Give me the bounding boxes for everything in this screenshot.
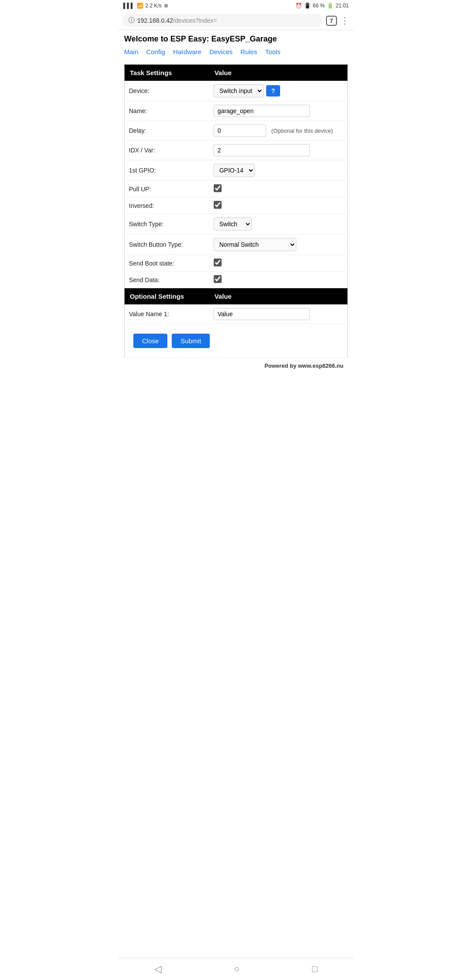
nav-bar: Main Config Hardware Devices Rules Tools bbox=[124, 48, 348, 55]
submit-button[interactable]: Submit bbox=[172, 334, 210, 348]
switch-button-type-value-cell: Normal Switch Push Button Active Low Pus… bbox=[209, 235, 348, 255]
idx-row: IDX / Var: bbox=[125, 141, 348, 160]
battery-text: 66 % bbox=[313, 3, 325, 9]
send-data-row: Send Data: bbox=[125, 272, 348, 288]
send-data-checkbox[interactable] bbox=[214, 275, 222, 283]
delay-row: Delay: (Optional for this device) bbox=[125, 121, 348, 141]
powered-by: Powered by www.esp8266.nu bbox=[124, 358, 348, 378]
browser-bar: ⓘ 192.168.0.42/devices?index= 7 ⋮ bbox=[118, 11, 354, 30]
send-boot-row: Send Boot state: bbox=[125, 255, 348, 272]
status-right: ⏰ 📳 66 % 🔋 21:01 bbox=[295, 3, 349, 9]
idx-value-cell bbox=[209, 141, 348, 160]
nav-config[interactable]: Config bbox=[146, 48, 165, 55]
value-name-1-label: Value Name 1: bbox=[125, 304, 209, 324]
nav-tools[interactable]: Tools bbox=[265, 48, 281, 55]
device-row: Device: Switch input ? bbox=[125, 81, 348, 101]
switch-type-value-cell: Switch Dimmer bbox=[209, 214, 348, 235]
switch-type-select[interactable]: Switch Dimmer bbox=[214, 217, 252, 231]
page-title: Welcome to ESP Easy: EasyESP_Garage bbox=[124, 35, 348, 44]
wifi-icon: 📶 bbox=[137, 3, 143, 9]
value-name-1-value-cell bbox=[209, 304, 348, 324]
name-label: Name: bbox=[125, 101, 209, 121]
battery-icon: 🔋 bbox=[327, 3, 333, 9]
action-buttons: Close Submit bbox=[129, 328, 343, 354]
action-row: Close Submit bbox=[125, 324, 348, 358]
menu-dots[interactable]: ⋮ bbox=[340, 15, 350, 26]
info-icon: ⓘ bbox=[128, 17, 135, 24]
device-select[interactable]: Switch input bbox=[214, 84, 264, 97]
inversed-label: Inversed: bbox=[125, 197, 209, 214]
idx-label: IDX / Var: bbox=[125, 141, 209, 160]
action-cell: Close Submit bbox=[125, 324, 348, 358]
pullup-row: Pull UP: bbox=[125, 181, 348, 197]
switch-type-row: Switch Type: Switch Dimmer bbox=[125, 214, 348, 235]
vibrate-icon: 📳 bbox=[304, 3, 311, 9]
nav-rules[interactable]: Rules bbox=[240, 48, 257, 55]
pullup-label: Pull UP: bbox=[125, 181, 209, 197]
time-text: 21:01 bbox=[336, 3, 349, 9]
inversed-checkbox[interactable] bbox=[214, 201, 222, 209]
clock-icon: ⏰ bbox=[295, 3, 302, 9]
idx-input[interactable] bbox=[214, 144, 310, 156]
gpio-row: 1st GPIO: GPIO-14 GPIO-12 GPIO-13 GPIO-2 bbox=[125, 160, 348, 181]
status-left: ▌▌▌ 📶 2.2 K/s ⊕ bbox=[123, 3, 168, 9]
send-boot-value-cell bbox=[209, 255, 348, 272]
name-row: Name: bbox=[125, 101, 348, 121]
switch-button-type-label: Switch Button Type: bbox=[125, 235, 209, 255]
url-host: 192.168.0.42 bbox=[137, 17, 173, 24]
gpio-value-cell: GPIO-14 GPIO-12 GPIO-13 GPIO-2 bbox=[209, 160, 348, 181]
switch-button-type-row: Switch Button Type: Normal Switch Push B… bbox=[125, 235, 348, 255]
signal-icon: ▌▌▌ bbox=[123, 3, 135, 9]
page-content: Welcome to ESP Easy: EasyESP_Garage Main… bbox=[118, 30, 354, 382]
url-bar[interactable]: ⓘ 192.168.0.42/devices?index= bbox=[122, 14, 323, 27]
nav-devices[interactable]: Devices bbox=[209, 48, 233, 55]
gpio-label: 1st GPIO: bbox=[125, 160, 209, 181]
switch-button-type-select[interactable]: Normal Switch Push Button Active Low Pus… bbox=[214, 238, 296, 251]
value-name-1-input[interactable] bbox=[214, 308, 310, 320]
device-label: Device: bbox=[125, 81, 209, 101]
inversed-row: Inversed: bbox=[125, 197, 348, 214]
nav-hardware[interactable]: Hardware bbox=[173, 48, 201, 55]
url-text: 192.168.0.42/devices?index= bbox=[137, 17, 217, 24]
device-help-button[interactable]: ? bbox=[266, 85, 281, 97]
device-value-cell: Switch input ? bbox=[209, 81, 348, 101]
name-value-cell bbox=[209, 101, 348, 121]
switch-type-label: Switch Type: bbox=[125, 214, 209, 235]
send-data-label: Send Data: bbox=[125, 272, 209, 288]
data-icon: ⊕ bbox=[164, 3, 168, 9]
gpio-select[interactable]: GPIO-14 GPIO-12 GPIO-13 GPIO-2 bbox=[214, 164, 255, 177]
task-settings-value-header: Value bbox=[209, 65, 348, 81]
task-settings-header: Task Settings bbox=[125, 65, 209, 81]
inversed-value-cell bbox=[209, 197, 348, 214]
status-bar: ▌▌▌ 📶 2.2 K/s ⊕ ⏰ 📳 66 % 🔋 21:01 bbox=[118, 0, 354, 11]
url-path: /devices?index= bbox=[173, 17, 217, 24]
delay-value-cell: (Optional for this device) bbox=[209, 121, 348, 141]
nav-main[interactable]: Main bbox=[124, 48, 139, 55]
value-name-1-row: Value Name 1: bbox=[125, 304, 348, 324]
delay-optional-note: (Optional for this device) bbox=[271, 128, 333, 134]
optional-settings-value-header: Value bbox=[209, 288, 348, 305]
pullup-checkbox[interactable] bbox=[214, 184, 222, 192]
delay-label: Delay: bbox=[125, 121, 209, 141]
send-boot-checkbox[interactable] bbox=[214, 259, 222, 266]
send-boot-label: Send Boot state: bbox=[125, 255, 209, 272]
speed-text: 2.2 K/s bbox=[146, 3, 162, 9]
name-input[interactable] bbox=[214, 105, 310, 117]
optional-settings-header: Optional Settings bbox=[125, 288, 209, 305]
close-button[interactable]: Close bbox=[133, 334, 167, 348]
send-data-value-cell bbox=[209, 272, 348, 288]
device-select-row: Switch input ? bbox=[214, 84, 343, 97]
task-settings-table: Task Settings Value Device: Switch input… bbox=[124, 64, 348, 358]
delay-input[interactable] bbox=[214, 124, 266, 137]
tab-count[interactable]: 7 bbox=[326, 16, 337, 26]
pullup-value-cell bbox=[209, 181, 348, 197]
